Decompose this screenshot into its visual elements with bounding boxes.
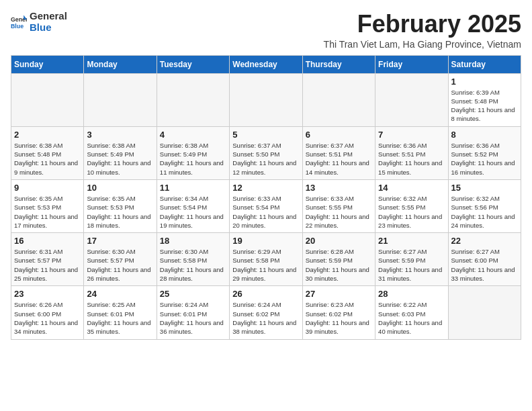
calendar-cell <box>11 73 84 126</box>
day-number: 14 <box>378 183 445 193</box>
title-area: February 2025 Thi Tran Viet Lam, Ha Gian… <box>324 11 521 50</box>
day-info: Sunrise: 6:38 AM Sunset: 5:48 PM Dayligh… <box>14 141 81 177</box>
location-title: Thi Tran Viet Lam, Ha Giang Province, Vi… <box>324 39 521 50</box>
day-info: Sunrise: 6:34 AM Sunset: 5:54 PM Dayligh… <box>160 194 226 230</box>
day-info: Sunrise: 6:30 AM Sunset: 5:58 PM Dayligh… <box>160 247 226 283</box>
calendar-cell: 1Sunrise: 6:39 AM Sunset: 5:48 PM Daylig… <box>448 73 521 126</box>
weekday-header-sunday: Sunday <box>11 55 84 73</box>
day-number: 27 <box>306 289 372 299</box>
calendar-cell <box>230 73 302 126</box>
day-number: 24 <box>87 289 153 299</box>
calendar-cell: 21Sunrise: 6:27 AM Sunset: 5:59 PM Dayli… <box>375 233 448 286</box>
calendar-cell: 28Sunrise: 6:22 AM Sunset: 6:03 PM Dayli… <box>375 286 448 339</box>
calendar-cell: 23Sunrise: 6:26 AM Sunset: 6:00 PM Dayli… <box>11 286 84 339</box>
day-number: 18 <box>160 236 226 246</box>
day-number: 5 <box>232 130 299 140</box>
calendar-cell: 27Sunrise: 6:23 AM Sunset: 6:02 PM Dayli… <box>302 286 375 339</box>
calendar-cell <box>448 286 521 339</box>
day-info: Sunrise: 6:31 AM Sunset: 5:57 PM Dayligh… <box>14 247 81 283</box>
day-info: Sunrise: 6:36 AM Sunset: 5:52 PM Dayligh… <box>451 141 518 177</box>
day-number: 12 <box>232 183 299 193</box>
svg-text:Blue: Blue <box>11 22 24 29</box>
logo-icon: General Blue <box>11 14 27 30</box>
calendar-cell: 10Sunrise: 6:35 AM Sunset: 5:53 PM Dayli… <box>84 179 157 232</box>
weekday-header-thursday: Thursday <box>302 55 375 73</box>
day-info: Sunrise: 6:28 AM Sunset: 5:59 PM Dayligh… <box>306 247 372 283</box>
calendar-cell: 22Sunrise: 6:27 AM Sunset: 6:00 PM Dayli… <box>448 233 521 286</box>
day-info: Sunrise: 6:24 AM Sunset: 6:02 PM Dayligh… <box>232 300 299 336</box>
weekday-header-monday: Monday <box>84 55 157 73</box>
calendar-cell: 24Sunrise: 6:25 AM Sunset: 6:01 PM Dayli… <box>84 286 157 339</box>
day-number: 10 <box>87 183 153 193</box>
calendar-cell: 12Sunrise: 6:33 AM Sunset: 5:54 PM Dayli… <box>230 179 302 232</box>
calendar-cell: 7Sunrise: 6:36 AM Sunset: 5:51 PM Daylig… <box>375 126 448 179</box>
day-number: 17 <box>87 236 153 246</box>
calendar-cell <box>302 73 375 126</box>
day-number: 16 <box>14 236 81 246</box>
weekday-header-friday: Friday <box>375 55 448 73</box>
day-info: Sunrise: 6:33 AM Sunset: 5:55 PM Dayligh… <box>306 194 372 230</box>
calendar-cell: 9Sunrise: 6:35 AM Sunset: 5:53 PM Daylig… <box>11 179 84 232</box>
weekday-header-tuesday: Tuesday <box>157 55 229 73</box>
day-info: Sunrise: 6:24 AM Sunset: 6:01 PM Dayligh… <box>160 300 226 336</box>
day-number: 13 <box>306 183 372 193</box>
day-number: 1 <box>451 77 518 87</box>
header: General Blue General Blue February 2025 … <box>11 11 521 50</box>
logo-blue-text: Blue <box>30 22 67 34</box>
day-number: 8 <box>451 130 518 140</box>
calendar-cell: 13Sunrise: 6:33 AM Sunset: 5:55 PM Dayli… <box>302 179 375 232</box>
calendar-cell: 2Sunrise: 6:38 AM Sunset: 5:48 PM Daylig… <box>11 126 84 179</box>
calendar-cell <box>84 73 157 126</box>
calendar-cell: 19Sunrise: 6:29 AM Sunset: 5:58 PM Dayli… <box>230 233 302 286</box>
day-info: Sunrise: 6:29 AM Sunset: 5:58 PM Dayligh… <box>232 247 299 283</box>
calendar-cell: 14Sunrise: 6:32 AM Sunset: 5:55 PM Dayli… <box>375 179 448 232</box>
day-number: 26 <box>232 289 299 299</box>
day-info: Sunrise: 6:37 AM Sunset: 5:51 PM Dayligh… <box>306 141 372 177</box>
logo: General Blue General Blue <box>11 11 67 33</box>
day-number: 11 <box>160 183 226 193</box>
day-number: 25 <box>160 289 226 299</box>
day-number: 21 <box>378 236 445 246</box>
calendar-cell: 5Sunrise: 6:37 AM Sunset: 5:50 PM Daylig… <box>230 126 302 179</box>
day-info: Sunrise: 6:35 AM Sunset: 5:53 PM Dayligh… <box>14 194 81 230</box>
day-number: 3 <box>87 130 153 140</box>
calendar-cell: 16Sunrise: 6:31 AM Sunset: 5:57 PM Dayli… <box>11 233 84 286</box>
day-number: 6 <box>306 130 372 140</box>
day-info: Sunrise: 6:32 AM Sunset: 5:55 PM Dayligh… <box>378 194 445 230</box>
day-info: Sunrise: 6:37 AM Sunset: 5:50 PM Dayligh… <box>232 141 299 177</box>
day-number: 15 <box>451 183 518 193</box>
day-info: Sunrise: 6:35 AM Sunset: 5:53 PM Dayligh… <box>87 194 153 230</box>
day-info: Sunrise: 6:27 AM Sunset: 6:00 PM Dayligh… <box>451 247 518 283</box>
day-number: 22 <box>451 236 518 246</box>
calendar-cell <box>157 73 229 126</box>
day-number: 20 <box>306 236 372 246</box>
day-number: 7 <box>378 130 445 140</box>
calendar-cell: 11Sunrise: 6:34 AM Sunset: 5:54 PM Dayli… <box>157 179 229 232</box>
calendar-cell: 25Sunrise: 6:24 AM Sunset: 6:01 PM Dayli… <box>157 286 229 339</box>
calendar-cell: 17Sunrise: 6:30 AM Sunset: 5:57 PM Dayli… <box>84 233 157 286</box>
calendar-cell: 4Sunrise: 6:38 AM Sunset: 5:49 PM Daylig… <box>157 126 229 179</box>
day-info: Sunrise: 6:38 AM Sunset: 5:49 PM Dayligh… <box>160 141 226 177</box>
day-info: Sunrise: 6:36 AM Sunset: 5:51 PM Dayligh… <box>378 141 445 177</box>
day-info: Sunrise: 6:22 AM Sunset: 6:03 PM Dayligh… <box>378 300 445 336</box>
day-info: Sunrise: 6:33 AM Sunset: 5:54 PM Dayligh… <box>232 194 299 230</box>
day-info: Sunrise: 6:32 AM Sunset: 5:56 PM Dayligh… <box>451 194 518 230</box>
day-info: Sunrise: 6:25 AM Sunset: 6:01 PM Dayligh… <box>87 300 153 336</box>
calendar-cell <box>375 73 448 126</box>
calendar-cell: 3Sunrise: 6:38 AM Sunset: 5:49 PM Daylig… <box>84 126 157 179</box>
day-info: Sunrise: 6:27 AM Sunset: 5:59 PM Dayligh… <box>378 247 445 283</box>
day-number: 2 <box>14 130 81 140</box>
weekday-header-wednesday: Wednesday <box>230 55 302 73</box>
day-number: 23 <box>14 289 81 299</box>
calendar: SundayMondayTuesdayWednesdayThursdayFrid… <box>11 55 521 340</box>
day-info: Sunrise: 6:23 AM Sunset: 6:02 PM Dayligh… <box>306 300 372 336</box>
calendar-cell: 8Sunrise: 6:36 AM Sunset: 5:52 PM Daylig… <box>448 126 521 179</box>
calendar-cell: 18Sunrise: 6:30 AM Sunset: 5:58 PM Dayli… <box>157 233 229 286</box>
logo-general-text: General <box>30 11 67 22</box>
day-number: 9 <box>14 183 81 193</box>
weekday-header-saturday: Saturday <box>448 55 521 73</box>
day-info: Sunrise: 6:39 AM Sunset: 5:48 PM Dayligh… <box>451 88 518 124</box>
day-number: 4 <box>160 130 226 140</box>
day-info: Sunrise: 6:30 AM Sunset: 5:57 PM Dayligh… <box>87 247 153 283</box>
month-title: February 2025 <box>324 11 521 38</box>
